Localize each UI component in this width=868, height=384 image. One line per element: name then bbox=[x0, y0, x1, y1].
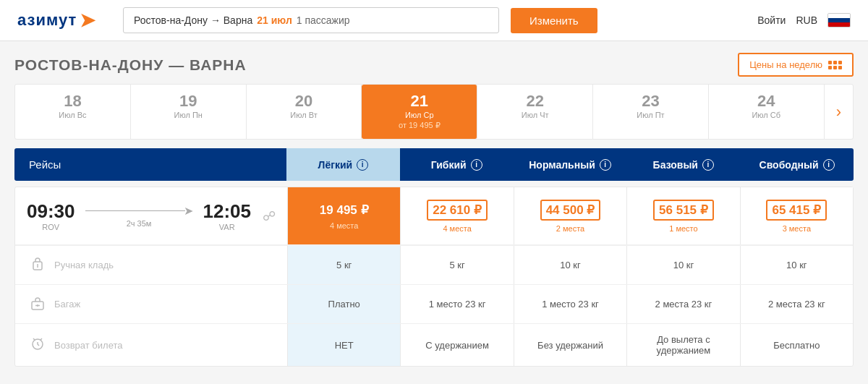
change-button[interactable]: Изменить bbox=[511, 8, 597, 33]
fare-price-cell-4[interactable]: 65 415 ₽3 места bbox=[740, 187, 853, 244]
flight-section: 09:30 ROV ➤ 2ч 35м 12:05 VAR ☍ 19 495 ₽4 bbox=[14, 187, 854, 367]
fare-header-свободный: Свободный i bbox=[740, 148, 854, 181]
fare-price-amount-2: 44 500 ₽ bbox=[540, 200, 601, 221]
fare-info-icon-1[interactable]: i bbox=[471, 159, 482, 171]
logo-text: азимут bbox=[17, 11, 77, 30]
baggage-value-0-2: 10 кг bbox=[514, 246, 626, 284]
flight-row: 09:30 ROV ➤ 2ч 35м 12:05 VAR ☍ 19 495 ₽4 bbox=[15, 187, 853, 244]
search-bar[interactable]: Ростов-на-Дону → Варна 21 июл 1 пассажир bbox=[123, 7, 499, 33]
date-item-22[interactable]: 22 Июл Чт bbox=[477, 85, 593, 139]
baggage-icon-2 bbox=[30, 336, 46, 354]
baggage-value-2-2: Без удержаний bbox=[514, 324, 626, 366]
fare-header-гибкий: Гибкий i bbox=[400, 148, 514, 181]
week-prices-button[interactable]: Цены на неделю bbox=[738, 53, 854, 77]
arrive-time: 12:05 bbox=[203, 200, 252, 223]
fare-name-1: Гибкий bbox=[431, 159, 467, 171]
fare-name-4: Свободный bbox=[760, 159, 819, 171]
baggage-value-0-4: 10 кг bbox=[740, 246, 853, 284]
baggage-label-1: Багаж bbox=[15, 285, 287, 323]
week-prices-label: Цены на неделю bbox=[749, 59, 822, 70]
arrive-iata: VAR bbox=[219, 223, 235, 231]
baggage-icon-0 bbox=[30, 256, 46, 274]
baggage-value-0-1: 5 кг bbox=[400, 246, 513, 284]
fare-price-amount-4: 65 415 ₽ bbox=[766, 200, 827, 221]
baggage-value-1-3: 2 места 23 кг bbox=[626, 285, 739, 323]
fare-price-amount-3: 56 515 ₽ bbox=[653, 200, 714, 221]
header: азимут ➤ Ростов-на-Дону → Варна 21 июл 1… bbox=[0, 0, 868, 41]
fare-price-cell-1[interactable]: 22 610 ₽4 места bbox=[400, 187, 513, 244]
date-nav-next-arrow[interactable]: › bbox=[825, 85, 853, 139]
baggage-label-text-0: Ручная кладь bbox=[54, 260, 114, 270]
calendar-icon bbox=[828, 61, 842, 69]
fare-price-cell-3[interactable]: 56 515 ₽1 место bbox=[626, 187, 739, 244]
fare-seats-4: 3 места bbox=[783, 224, 811, 233]
date-nav: 18 Июл Вс 19 Июл Пн 20 Июл Вт 21 Июл Ср … bbox=[14, 84, 854, 140]
fare-info-icon-4[interactable]: i bbox=[823, 159, 835, 171]
baggage-value-1-0: Платно bbox=[287, 285, 400, 323]
fare-seats-1: 4 места bbox=[443, 224, 471, 233]
baggage-section: Ручная кладь5 кг5 кг10 кг10 кг10 кг Бага… bbox=[15, 244, 853, 366]
baggage-value-1-4: 2 места 23 кг bbox=[740, 285, 853, 323]
logo[interactable]: азимут ➤ bbox=[17, 9, 111, 32]
baggage-label-0: Ручная кладь bbox=[15, 246, 287, 284]
fare-info-icon-3[interactable]: i bbox=[702, 159, 714, 171]
baggage-value-1-1: 1 место 23 кг bbox=[400, 285, 513, 323]
baggage-row-2: Возврат билетаНЕТС удержаниемБез удержан… bbox=[15, 323, 853, 366]
baggage-value-2-4: Бесплатно bbox=[740, 324, 853, 366]
date-item-19[interactable]: 19 Июл Пн bbox=[131, 85, 247, 139]
baggage-value-2-1: С удержанием bbox=[400, 324, 513, 366]
fare-name-0: Лёгкий bbox=[318, 159, 353, 171]
fare-seats-0: 4 места bbox=[330, 221, 358, 230]
baggage-label-text-2: Возврат билета bbox=[54, 340, 123, 351]
page-title: РОСТОВ-НА-ДОНУ — ВАРНА bbox=[14, 56, 247, 74]
fare-price-cell-0[interactable]: 19 495 ₽4 места bbox=[287, 187, 400, 244]
baggage-icon-1 bbox=[30, 295, 46, 313]
currency-label: RUB bbox=[796, 14, 817, 26]
fare-header-базовый: Базовый i bbox=[626, 148, 740, 181]
login-link[interactable]: Войти bbox=[757, 14, 786, 26]
fare-seats-3: 1 место bbox=[669, 224, 697, 233]
fare-header-нормальный: Нормальный i bbox=[514, 148, 627, 181]
flight-duration: ➤ 2ч 35м bbox=[81, 204, 197, 228]
search-route: Ростов-на-Дону → Варна bbox=[134, 14, 252, 26]
date-item-20[interactable]: 20 Июл Вт bbox=[247, 85, 362, 139]
flights-column-header: Рейсы bbox=[14, 148, 286, 181]
header-right: Войти RUB bbox=[757, 13, 851, 27]
fare-name-3: Базовый bbox=[653, 159, 698, 171]
flag-icon bbox=[827, 13, 851, 27]
fare-header-лёгкий: Лёгкий i bbox=[286, 148, 400, 181]
date-item-21[interactable]: 21 Июл Ср от 19 495 ₽ bbox=[362, 85, 477, 139]
baggage-row-0: Ручная кладь5 кг5 кг10 кг10 кг10 кг bbox=[15, 245, 853, 284]
fare-info-icon-2[interactable]: i bbox=[600, 159, 611, 171]
date-item-23[interactable]: 23 Июл Пт bbox=[593, 85, 709, 139]
depart-time: 09:30 bbox=[27, 200, 75, 223]
baggage-row-1: БагажПлатно1 место 23 кг1 место 23 кг2 м… bbox=[15, 284, 853, 323]
fare-price-amount-0: 19 495 ₽ bbox=[320, 202, 369, 218]
fare-header-row: Рейсы Лёгкий iГибкий iНормальный iБазовы… bbox=[14, 148, 854, 181]
route-title-bar: РОСТОВ-НА-ДОНУ — ВАРНА Цены на неделю bbox=[14, 41, 854, 84]
message-icon[interactable]: ☍ bbox=[263, 208, 276, 224]
fare-name-2: Нормальный bbox=[529, 159, 595, 171]
flight-info: 09:30 ROV ➤ 2ч 35м 12:05 VAR ☍ bbox=[15, 187, 287, 244]
fare-price-cell-2[interactable]: 44 500 ₽2 места bbox=[514, 187, 626, 244]
baggage-value-0-3: 10 кг bbox=[626, 246, 739, 284]
date-item-18[interactable]: 18 Июл Вс bbox=[15, 85, 131, 139]
baggage-value-0-0: 5 кг bbox=[287, 246, 400, 284]
search-date: 21 июл bbox=[257, 14, 292, 26]
date-item-24[interactable]: 24 Июл Сб bbox=[709, 85, 825, 139]
depart-iata: ROV bbox=[42, 223, 59, 231]
baggage-value-1-2: 1 место 23 кг bbox=[514, 285, 626, 323]
search-pax: 1 пассажир bbox=[297, 14, 350, 26]
baggage-value-2-3: До вылета с удержанием bbox=[626, 324, 739, 366]
baggage-label-text-1: Багаж bbox=[54, 299, 80, 310]
baggage-value-2-0: НЕТ bbox=[287, 324, 400, 366]
fare-seats-2: 2 места bbox=[556, 224, 584, 233]
fare-info-icon-0[interactable]: i bbox=[357, 159, 368, 171]
logo-arrow-icon: ➤ bbox=[80, 9, 95, 32]
fare-price-amount-1: 22 610 ₽ bbox=[427, 200, 488, 221]
baggage-label-2: Возврат билета bbox=[15, 324, 287, 366]
